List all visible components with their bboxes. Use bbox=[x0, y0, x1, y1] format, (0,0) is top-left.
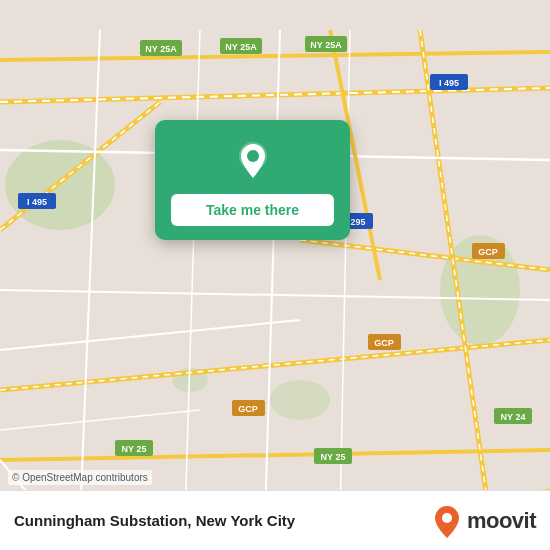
bottom-bar: Cunningham Substation, New York City moo… bbox=[0, 490, 550, 550]
svg-text:I 495: I 495 bbox=[27, 197, 47, 207]
svg-point-54 bbox=[247, 150, 259, 162]
svg-text:NY 25: NY 25 bbox=[122, 444, 147, 454]
svg-text:GCP: GCP bbox=[374, 338, 394, 348]
moovit-pin-icon bbox=[433, 504, 461, 538]
svg-point-55 bbox=[442, 513, 452, 523]
moovit-brand-text: moovit bbox=[467, 508, 536, 534]
svg-point-3 bbox=[270, 380, 330, 420]
svg-text:GCP: GCP bbox=[478, 247, 498, 257]
svg-text:I 495: I 495 bbox=[439, 78, 459, 88]
svg-text:295: 295 bbox=[350, 217, 365, 227]
svg-text:NY 24: NY 24 bbox=[501, 412, 526, 422]
moovit-logo: moovit bbox=[433, 504, 536, 538]
location-name: Cunningham Substation, New York City bbox=[14, 512, 433, 529]
popup-card: Take me there bbox=[155, 120, 350, 240]
take-me-there-button[interactable]: Take me there bbox=[171, 194, 334, 226]
svg-text:NY 25: NY 25 bbox=[321, 452, 346, 462]
copyright-notice: © OpenStreetMap contributors bbox=[8, 470, 152, 485]
svg-text:GCP: GCP bbox=[238, 404, 258, 414]
map-background: NY 25A NY 25A NY 25A I 495 I 495 295 GCP… bbox=[0, 0, 550, 550]
svg-text:NY 25A: NY 25A bbox=[310, 40, 342, 50]
location-pin-icon bbox=[231, 138, 275, 182]
map-container: NY 25A NY 25A NY 25A I 495 I 495 295 GCP… bbox=[0, 0, 550, 550]
svg-text:NY 25A: NY 25A bbox=[225, 42, 257, 52]
svg-text:NY 25A: NY 25A bbox=[145, 44, 177, 54]
